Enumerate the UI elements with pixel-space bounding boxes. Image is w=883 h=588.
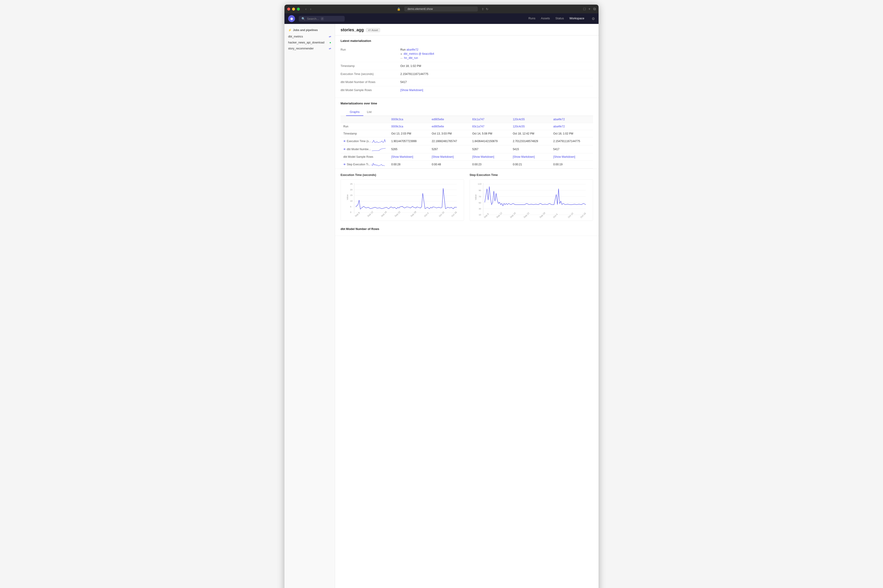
col-run-4[interactable]: aba4fe72 (550, 116, 593, 123)
maximize-button[interactable] (297, 8, 300, 10)
titlebar-right: □ + ⧉ (583, 7, 596, 11)
tab-list[interactable]: List (363, 108, 375, 116)
row-label-sample: dbt Model Sample Rows (340, 153, 388, 160)
add-tab-icon[interactable]: + (588, 7, 591, 11)
run-id-link[interactable]: Run aba4fe72 (400, 48, 434, 51)
markdown-link-4[interactable]: [Show Markdown] (553, 155, 575, 159)
minimize-button[interactable] (292, 8, 295, 10)
col-run-0[interactable]: 0009c3ca (388, 116, 429, 123)
run-cell-0[interactable]: 0009c3ca (388, 123, 429, 130)
rows-cell-3: 5415 (510, 146, 550, 153)
hn-link[interactable]: hn_dbt_run (404, 56, 418, 60)
svg-text:Oct 18: Oct 18 (451, 211, 457, 218)
markdown-link-2[interactable]: [Show Markdown] (472, 155, 494, 159)
url-bar[interactable]: demo.elementl.show (404, 6, 478, 12)
col-label-header (340, 116, 388, 123)
markdown-link-0[interactable]: [Show Markdown] (391, 155, 413, 159)
sidebar-item-dbt-metrics[interactable]: dbt_metrics ⇌ (285, 34, 335, 39)
svg-text:Sep 12: Sep 12 (496, 212, 503, 218)
timestamp-row: Timestamp Oct 18, 1:02 PM (340, 62, 593, 70)
step-cell-3: 0:00:21 (510, 160, 550, 168)
svg-text:Oct 18: Oct 18 (580, 212, 586, 218)
tab-graphs[interactable]: Graphs (346, 108, 363, 116)
col-run-3[interactable]: 120c4c55 (510, 116, 550, 123)
svg-text:70: 70 (478, 195, 481, 198)
new-tab-icon[interactable]: □ (583, 7, 586, 11)
sample-cell-2[interactable]: [Show Markdown] (469, 153, 510, 160)
row-label-exec-time: 👁 Execution Time (s... (340, 137, 388, 146)
row-label-run: Run (340, 123, 388, 130)
row-count-row: dbt Model Number of Rows 5417 (340, 78, 593, 86)
ts-cell-0: Oct 13, 2:03 PM (388, 130, 429, 137)
svg-text:Sep 22: Sep 22 (523, 212, 530, 218)
sample-cell-4[interactable]: [Show Markdown] (550, 153, 593, 160)
svg-text:0: 0 (350, 211, 351, 213)
share-icon[interactable]: ⇧ (481, 8, 484, 11)
sample-cell-1[interactable]: [Show Markdown] (429, 153, 469, 160)
nav-status[interactable]: Status (555, 16, 564, 21)
markdown-link-3[interactable]: [Show Markdown] (513, 155, 535, 159)
et-cell-1: 22.16682481765747 (429, 137, 469, 146)
svg-text:Sep 28: Sep 28 (410, 210, 417, 217)
svg-text:25: 25 (350, 183, 352, 185)
search-bar[interactable]: 🔍 Search... / (299, 16, 345, 22)
forward-icon[interactable]: › (310, 7, 311, 11)
svg-text:Oct 4: Oct 4 (553, 213, 558, 218)
svg-text:Sep 12: Sep 12 (367, 211, 374, 218)
run-label: Run (340, 48, 400, 51)
url-bar-actions: ⇧ ↻ (481, 8, 489, 11)
et-cell-2: 1.843644142150879 (469, 137, 510, 146)
dash-icon: — (400, 57, 403, 59)
step-chart-title: Step Execution Time (469, 173, 593, 177)
sample-cell-0[interactable]: [Show Markdown] (388, 153, 429, 160)
sidebar-item-hacker-news[interactable]: hacker_news_api_download ● (285, 39, 335, 45)
settings-icon[interactable]: ⚙ (592, 16, 595, 21)
step-chart-svg: 110 90 70 50 30 10 (472, 182, 591, 218)
logo: ◉ (288, 15, 295, 22)
markdown-link-1[interactable]: [Show Markdown] (432, 155, 454, 159)
close-button[interactable] (287, 8, 290, 10)
run-cell-4[interactable]: aba4fe72 (550, 123, 593, 130)
table-row-timestamp: Timestamp Oct 13, 2:03 PM Oct 13, 3:03 P… (340, 130, 593, 137)
svg-text:110: 110 (478, 183, 481, 185)
exec-time-row: Execution Time (seconds) 2.1547911167144… (340, 70, 593, 78)
svg-text:10: 10 (478, 213, 481, 216)
nav-icons: ‹ › (305, 7, 311, 11)
run-cell-3[interactable]: 120c4c55 (510, 123, 550, 130)
rows-cell-4: 5417 (550, 146, 593, 153)
nav-assets[interactable]: Assets (541, 16, 550, 21)
show-markdown-link[interactable]: [Show Markdown] (400, 88, 423, 92)
arrows-icon-0: ⇌ (329, 35, 331, 38)
eye-icon-exec: 👁 (343, 140, 346, 142)
nav-workspace[interactable]: Workspace (569, 16, 584, 21)
exec-time-value: 2.1547911167144775 (400, 72, 429, 76)
svg-text:Sep 8: Sep 8 (354, 212, 360, 217)
svg-text:Oct 10: Oct 10 (567, 212, 574, 218)
run-sub-1: ⊕ dbt_metrics @ 6eacc6b4 (400, 52, 434, 56)
step-chart-area: 110 90 70 50 30 10 (469, 179, 593, 221)
svg-text:Value: Value (474, 194, 477, 200)
refresh-icon[interactable]: ↻ (486, 8, 489, 11)
content-area: stories_agg 🏷 Asset Latest materializati… (335, 24, 598, 588)
run-cell-2[interactable]: 83c1a747 (469, 123, 510, 130)
arrows-icon-2: ⇌ (329, 47, 331, 50)
sample-cell-3[interactable]: [Show Markdown] (510, 153, 550, 160)
eye-icon-step: 👁 (343, 163, 346, 166)
nav-runs[interactable]: Runs (528, 16, 535, 21)
exec-chart-area: 25 20 15 10 5 0 (340, 179, 464, 221)
run-cell-1[interactable]: ed905e6e (429, 123, 469, 130)
col-run-1[interactable]: ed905e6e (429, 116, 469, 123)
main-layout: ⚡ Jobs and pipelines dbt_metrics ⇌ hacke… (285, 24, 598, 588)
svg-text:5: 5 (350, 206, 351, 208)
sidebar-item-story-recommender[interactable]: story_recommender ⇌ (285, 45, 335, 51)
sample-rows-value: [Show Markdown] (400, 88, 423, 92)
url-text: demo.elementl.show (408, 8, 433, 10)
dbt-link[interactable]: dbt_metrics @ 6eacc6b4 (403, 52, 434, 56)
duplicate-icon[interactable]: ⧉ (593, 7, 596, 11)
mat-table-wrap: 0009c3ca ed905e6e 83c1a747 120c4c55 aba4… (340, 116, 593, 168)
col-run-2[interactable]: 83c1a747 (469, 116, 510, 123)
svg-text:Oct 10: Oct 10 (438, 211, 445, 218)
back-icon[interactable]: ‹ (305, 7, 307, 11)
titlebar: ‹ › 🔒 demo.elementl.show ⇧ ↻ □ + ⧉ (285, 4, 598, 14)
step-cell-2: 0:00:23 (469, 160, 510, 168)
